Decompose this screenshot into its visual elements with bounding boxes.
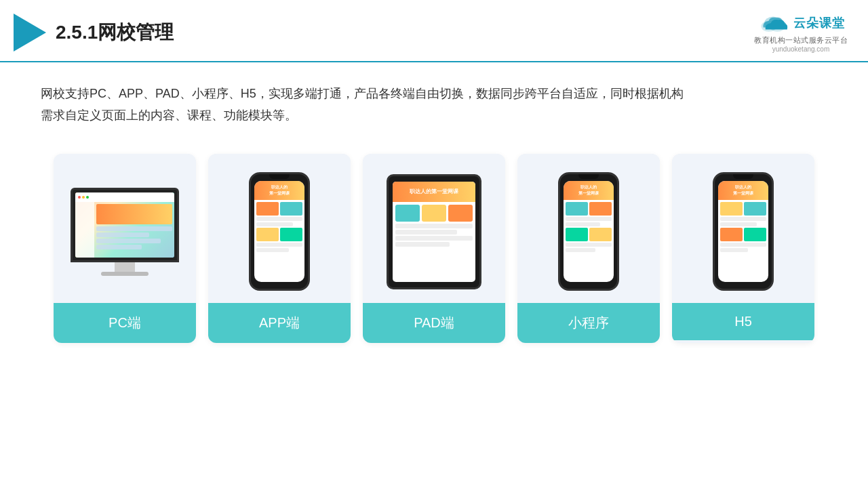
card-h5: 职达人的第一堂网课 [672,154,814,343]
brand-url: yunduoketang.com [772,45,830,53]
app-image-area: 职达人的第一堂网课 [208,154,351,303]
pad-image-area: 职达人的第一堂网课 [363,154,505,303]
miniprogram-phone-screen: 职达人的第一堂网课 [564,181,614,282]
brand-slogan: 教育机构一站式服务云平台 [754,35,848,45]
card-h5-label: H5 [672,303,814,340]
cards-container: PC端 职达人的第一堂网课 [0,134,868,363]
cloud-logo: 云朵课堂 [757,12,845,34]
card-app-label: APP端 [208,303,351,343]
page-title: 2.5.1网校管理 [56,20,174,45]
h5-phone-screen: 职达人的第一堂网课 [718,181,768,282]
card-app: 职达人的第一堂网课 [208,154,351,343]
logo-triangle-icon [14,14,46,52]
pc-screen [71,188,179,262]
description: 网校支持PC、APP、PAD、小程序、H5，实现多端打通，产品各终端自由切换，数… [0,62,868,134]
card-pad: 职达人的第一堂网课 PAD端 [363,154,505,343]
miniprogram-image-area: 职达人的第一堂网课 [517,154,660,303]
cloud-icon [757,12,789,34]
card-miniprogram-label: 小程序 [517,303,660,343]
miniprogram-phone-mockup: 职达人的第一堂网课 [558,172,619,291]
card-pc: PC端 [54,154,196,343]
header-right: 云朵课堂 教育机构一站式服务云平台 yunduoketang.com [754,12,848,53]
header: 2.5.1网校管理 云朵课堂 教育机构一站式服务云平台 yunduoketang… [0,0,868,62]
pc-image-area [54,154,196,303]
card-miniprogram: 职达人的第一堂网课 [517,154,660,343]
app-phone-screen: 职达人的第一堂网课 [254,181,304,282]
h5-phone-notch [733,174,753,179]
app-phone-mockup: 职达人的第一堂网课 [249,172,310,291]
description-text: 网校支持PC、APP、PAD、小程序、H5，实现多端打通，产品各终端自由切换，数… [41,87,684,100]
h5-phone-mockup: 职达人的第一堂网课 [713,172,774,291]
card-pad-label: PAD端 [363,303,505,343]
card-pc-label: PC端 [54,303,196,343]
pad-tablet-mockup: 职达人的第一堂网课 [387,174,481,289]
description-text-2: 需求自定义页面上的内容、课程、功能模块等。 [41,108,297,122]
brand-name: 云朵课堂 [793,15,845,31]
h5-image-area: 职达人的第一堂网课 [672,154,814,303]
phone-notch [269,174,290,179]
miniprogram-phone-notch [578,174,599,179]
pc-mockup [71,188,179,276]
header-left: 2.5.1网校管理 [14,14,174,52]
pad-tablet-screen: 职达人的第一堂网课 [393,182,475,282]
